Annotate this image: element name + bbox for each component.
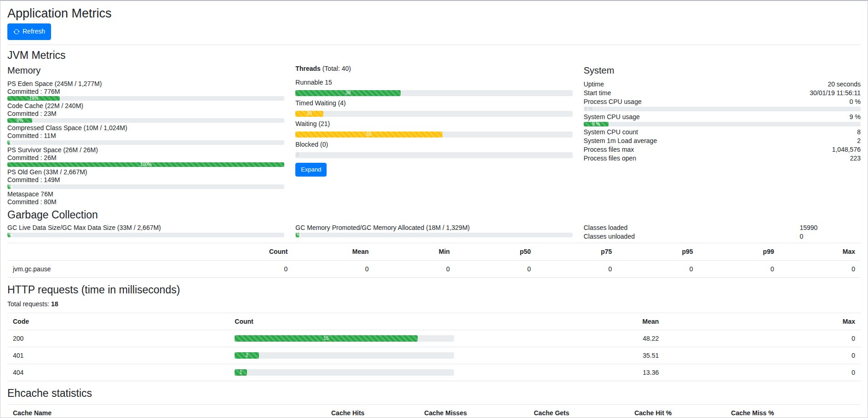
count-header: Count [229, 313, 460, 330]
progress-label: 15 [323, 336, 328, 341]
memory-item-committed: Committed : 149M [7, 176, 284, 184]
column-header: p50 [455, 243, 536, 260]
memory-item-label: PS Old Gen (33M / 2,667M) [7, 168, 284, 176]
count-progressbar: 15 [235, 335, 454, 342]
memory-progressbar: 1% [7, 184, 284, 189]
system-row-value: 2 [857, 137, 861, 145]
mean-cell: 48.22 [460, 330, 664, 347]
system-cpu-progressbar: 9 % [584, 122, 861, 126]
mean-cell: 35.51 [460, 347, 664, 364]
memory-item: PS Survivor Space (26M / 26M) Committed … [7, 146, 284, 167]
thread-item: Blocked (0) 0 [295, 140, 572, 158]
memory-column: Memory PS Eden Space (245M / 1,277M) Com… [2, 64, 290, 207]
progress-label: 9 % [592, 122, 600, 126]
memory-progressbar: 100% [7, 162, 284, 167]
memory-item: Code Cache (22M / 240M) Committed : 23M … [7, 102, 284, 123]
memory-item: Compressed Class Space (10M / 1,024M) Co… [7, 124, 284, 145]
gc-pause-table: Count Mean Min p50 p75 p95 p99 Max jvm.g… [7, 243, 861, 277]
metric-value-cell: 0 [780, 260, 861, 277]
metric-value-cell: 0 [212, 260, 293, 277]
thread-state-label: Blocked (0) [295, 140, 572, 149]
gc-bar-label: GC Memory Promoted/GC Memory Allocated (… [295, 223, 572, 232]
system-row-label: Process CPU usage [584, 97, 642, 106]
expand-button[interactable]: Expand [295, 163, 327, 177]
thread-item: Waiting (21) 53 [295, 120, 572, 137]
count-cell: 1 [229, 364, 460, 381]
total-requests: Total requests: 18 [7, 300, 861, 308]
memory-item-label: PS Eden Space (245M / 1,277M) [7, 80, 284, 88]
classes-row-label: Classes unloaded [584, 232, 800, 241]
system-row: System CPU count 8 [584, 128, 861, 137]
code-cell: 404 [7, 364, 229, 381]
memory-item-label: PS Survivor Space (26M / 26M) [7, 146, 284, 154]
progress-label: 2 [246, 353, 248, 358]
http-requests-table: Code Count Mean Max 200 15 48.22 0 401 [7, 313, 861, 382]
ehcache-heading: Ehcache statistics [7, 387, 861, 401]
count-progressbar: 1 [235, 369, 454, 376]
memory-item-committed: Committed : 11M [7, 132, 284, 140]
threads-column: Threads (Total: 40) Runnable 15 38 Timed… [290, 64, 578, 207]
thread-state-label: Waiting (21) [295, 120, 572, 128]
system-row-value: 20 seconds [828, 80, 861, 89]
cache-hit-pct-header: Cache Hit % [575, 405, 678, 418]
system-row-value: 30/01/19 11:56:11 [810, 89, 861, 97]
table-row: jvm.gc.pause 0 0 0 0 0 0 0 0 [7, 260, 861, 277]
system-row-label: System 1m Load average [584, 137, 657, 145]
mean-header: Mean [460, 313, 664, 330]
gc-bar-label: GC Live Data Size/GC Max Data Size (33M … [7, 223, 284, 232]
cache-misses-header: Cache Misses [370, 405, 472, 418]
cache-miss-pct-header: Cache Miss % [677, 405, 780, 418]
progress-label: 10 [307, 111, 312, 116]
refresh-icon [13, 29, 20, 35]
system-row-value: 9 % [850, 113, 861, 121]
progress-label: 9% [17, 118, 23, 123]
progress-label: 0 [296, 153, 299, 157]
progress-label: 19% [29, 96, 38, 101]
progress-label: 1% [294, 233, 300, 237]
code-header: Code [7, 313, 229, 330]
system-heading: System [584, 64, 861, 76]
page-title: Application Metrics [7, 6, 861, 22]
memory-heading: Memory [7, 64, 284, 76]
system-row-label: System CPU usage [584, 113, 640, 121]
table-header-row: Cache Name Cache Hits Cache Misses Cache… [7, 405, 861, 418]
code-cell: 401 [7, 347, 229, 364]
system-row: Process CPU usage 0 % [584, 97, 861, 106]
system-row: Uptime 20 seconds [584, 80, 861, 89]
thread-state-label: Runnable 15 [295, 78, 572, 86]
thread-progressbar: 0 [295, 152, 572, 158]
memory-item-committed: Committed : 23M [7, 110, 284, 118]
metric-value-cell: 0 [374, 260, 455, 277]
progress-label: 38 [345, 91, 351, 95]
gc-progressbar: 1% [295, 233, 572, 237]
count-cell: 15 [229, 330, 460, 347]
memory-item-committed: Committed : 26M [7, 154, 284, 162]
gc-live-data: GC Live Data Size/GC Max Data Size (33M … [2, 223, 290, 241]
metrics-page: Application Metrics Refresh JVM Metrics … [0, 0, 868, 418]
table-header-row: Count Mean Min p50 p75 p95 p99 Max [7, 243, 861, 260]
jvm-row: Memory PS Eden Space (245M / 1,277M) Com… [2, 64, 866, 207]
refresh-button[interactable]: Refresh [7, 23, 51, 40]
memory-progressbar: 19% [7, 96, 284, 101]
gc-progressbar: 1% [7, 233, 284, 237]
progress-label: 1% [6, 184, 12, 189]
metric-name-header [7, 243, 212, 260]
system-row-value: 223 [850, 154, 861, 163]
metric-value-cell: 0 [617, 260, 698, 277]
column-header: Max [780, 243, 861, 260]
classes-row-label: Classes loaded [584, 223, 800, 232]
metric-name-cell: jvm.gc.pause [7, 260, 212, 277]
system-row: Start time 30/01/19 11:56:11 [584, 89, 861, 97]
memory-progressbar: 1% [7, 140, 284, 145]
progress-label: 1 [240, 370, 242, 375]
max-cell: 0 [664, 330, 861, 347]
threads-heading: Threads (Total: 40) [295, 64, 572, 73]
expand-button-label: Expand [301, 166, 321, 174]
total-requests-value: 18 [51, 300, 58, 308]
gc-classes: Classes loaded 15990 Classes unloaded 0 [578, 223, 866, 241]
system-column: System Uptime 20 seconds Start time 30/0… [578, 64, 866, 207]
thread-progressbar: 53 [295, 132, 572, 137]
gc-row: GC Live Data Size/GC Max Data Size (33M … [2, 223, 866, 241]
memory-item-label: Code Cache (22M / 240M) [7, 102, 284, 110]
http-requests-heading: HTTP requests (time in milliseconds) [7, 283, 861, 297]
